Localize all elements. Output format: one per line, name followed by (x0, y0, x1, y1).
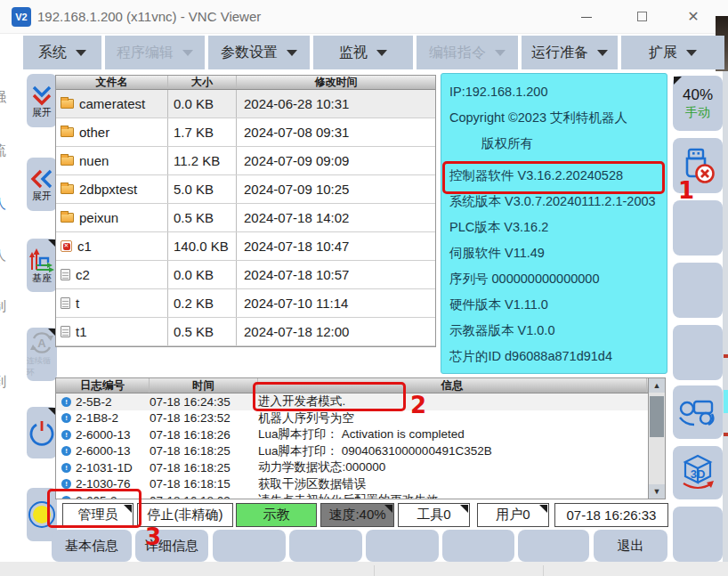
hardware-version: 硬件版本 V1.11.0 (449, 292, 667, 318)
side-empty-button[interactable] (673, 325, 723, 380)
scroll-up-icon[interactable]: ▲ (649, 378, 665, 393)
log-row[interactable]: !2-6000-13 07-18 16:18:26 Lua脚本打印： Activ… (56, 426, 665, 443)
continuous-loop-button: A 连续循环 (27, 328, 57, 381)
log-row[interactable]: !2-1030-76 07-18 16:18:15 获取干涉区数据错误 (56, 476, 665, 493)
menu-monitor[interactable]: 监视 (313, 36, 413, 69)
tab-detail-info[interactable]: 详细信息 (135, 530, 208, 562)
file-row[interactable]: c1 140.0 KB 2024-07-18 10:47 (56, 232, 435, 261)
tab-empty[interactable] (518, 530, 589, 562)
speed-indicator[interactable]: 速度:40% (320, 503, 394, 527)
title-bar: V2 192.168.1.200 (x11vnc) - VNC Viewer ✕ (0, 0, 728, 34)
folder-icon (61, 213, 74, 223)
tab-empty[interactable] (366, 530, 439, 562)
exit-button[interactable]: 退出 (594, 530, 667, 562)
side-empty-button[interactable] (673, 263, 723, 318)
log-row[interactable]: !2-1031-1D 07-18 16:18:25 动力学数据状态:000000 (56, 459, 665, 476)
info-icon: ! (61, 463, 71, 473)
minimize-icon (581, 17, 592, 18)
edge-text-fragment: 到 (0, 374, 11, 391)
maximize-icon (637, 12, 647, 21)
file-row[interactable]: other 1.7 KB 2024-07-08 09:31 (56, 118, 435, 147)
coordinate-axes-icon (28, 247, 55, 272)
sliver-fragment (724, 354, 728, 358)
log-scrollbar[interactable]: ▲ ▼ (648, 377, 666, 499)
log-row[interactable]: !2-1B8-2 07-18 16:23:52 机器人序列号为空 (56, 410, 665, 427)
yellow-status-icon (27, 499, 57, 530)
tab-empty[interactable] (289, 530, 362, 562)
teach-mode-indicator[interactable]: 示教 (236, 503, 317, 527)
document-icon (61, 297, 70, 309)
ip-address: IP:192.168.1.200 (449, 79, 667, 105)
motion-state[interactable]: 停止(非精确) (137, 503, 233, 527)
power-button[interactable] (27, 407, 57, 458)
file-row[interactable]: t1 0.5 KB 2024-07-18 12:00 (56, 318, 435, 346)
menu-run-prepare[interactable]: 运行准备 (522, 36, 618, 69)
info-icon: ! (61, 397, 71, 407)
serial-number: 序列号 000000000000000 (449, 266, 667, 292)
expand-down-button[interactable]: 展开 (27, 74, 57, 127)
scroll-down-icon[interactable]: ▼ (649, 484, 665, 499)
usb-status-button[interactable] (673, 138, 723, 193)
maximize-button[interactable] (632, 8, 651, 26)
folder-icon (61, 99, 74, 109)
window-title: 192.168.1.200 (x11vnc) - VNC Viewer (37, 9, 261, 24)
controller-software-version: 控制器软件 V3.16.2.20240528 (449, 163, 667, 189)
speed-mode-button[interactable]: 40% 手动 (673, 76, 723, 131)
copyright-line: Copyright ©2023 艾利特机器人 (449, 105, 667, 131)
pendant-version: 示教器版本 V1.0.0 (449, 318, 667, 344)
folder-icon (61, 156, 74, 166)
base-frame-button[interactable]: 基座 (27, 239, 57, 292)
drag-teach-button[interactable] (673, 385, 723, 439)
tab-empty[interactable] (213, 530, 286, 562)
menu-parameter-settings[interactable]: 参数设置 (208, 36, 310, 69)
tab-empty[interactable] (442, 530, 514, 562)
copyright-line2: 版权所有 (449, 131, 667, 157)
document-icon (61, 326, 70, 337)
file-row[interactable]: c2 0.0 KB 2024-07-18 10:57 (56, 261, 435, 289)
user-role-button[interactable]: 管理员 (62, 503, 133, 527)
menu-system[interactable]: 系统 (23, 36, 101, 69)
chevron-down-icon (495, 50, 506, 56)
double-chevron-left-icon (29, 167, 54, 191)
cube-3d-icon: 3D (676, 453, 719, 492)
file-row[interactable]: t 0.2 KB 2024-07-10 11:14 (56, 289, 435, 318)
file-row[interactable]: peixun 0.5 KB 2024-07-18 14:02 (56, 204, 435, 232)
side-empty-button[interactable] (673, 200, 723, 256)
info-icon: ! (61, 496, 71, 499)
user-frame-selector[interactable]: 用户0 (477, 503, 549, 527)
log-row[interactable]: !2-6000-13 07-18 16:18:25 Lua脚本打印： 09040… (56, 443, 665, 460)
expand-left-button[interactable]: 展开 (27, 158, 57, 211)
usb-disconnected-icon (680, 146, 716, 185)
file-table: 文件名 大小 修改时间 cameratest 0.0 KB 2024-06-28… (55, 75, 436, 347)
chevron-down-icon (376, 50, 387, 56)
close-button[interactable]: ✕ (684, 8, 703, 26)
view-3d-button[interactable]: 3D (673, 446, 723, 499)
chevron-down-icon (287, 50, 297, 56)
folder-icon (61, 184, 74, 194)
folder-icon (61, 127, 74, 137)
file-row[interactable]: 2dbpxtest 5.0 KB 2024-07-09 10:25 (56, 175, 435, 204)
file-row[interactable]: nuen 11.2 KB 2024-07-09 09:09 (56, 147, 435, 175)
clock: 07-18 16:26:33 (554, 503, 668, 527)
side-empty-button[interactable] (673, 507, 723, 562)
tab-basic-info[interactable]: 基本信息 (52, 530, 132, 562)
menu-extend[interactable]: 扩展 (621, 36, 724, 69)
minimize-button[interactable] (577, 8, 596, 26)
edge-text-fragment: 制 (0, 298, 11, 315)
scroll-thumb[interactable] (650, 396, 664, 437)
sliver-fragment (724, 390, 728, 413)
svg-text:A: A (37, 337, 46, 350)
log-row[interactable]: !2-5B-2 07-18 16:24:35 进入开发者模式. (56, 393, 665, 410)
power-icon (28, 419, 55, 446)
edge-text-fragment: 强 (0, 89, 11, 106)
menu-edit-instruction: 编辑指令 (417, 36, 518, 69)
info-icon: ! (61, 446, 71, 456)
info-icon: ! (61, 430, 71, 440)
sliver-fragment (724, 433, 728, 436)
tool-selector[interactable]: 工具0 (398, 503, 470, 527)
error-file-icon (61, 240, 72, 252)
file-row[interactable]: cameratest 0.0 KB 2024-06-28 10:31 (56, 90, 435, 118)
edge-text-fragment: 流 (0, 142, 11, 159)
log-row[interactable]: !2-605-2 07-18 16:18:03 请先点击初始化后配置的更改生效 (56, 492, 665, 499)
info-icon: ! (61, 479, 71, 489)
